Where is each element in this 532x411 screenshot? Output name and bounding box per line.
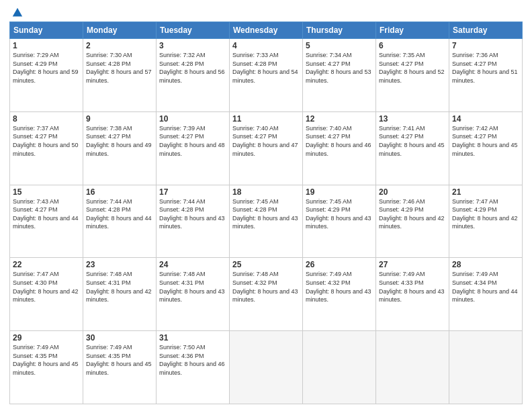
calendar-header-wednesday: Wednesday: [230, 22, 303, 39]
calendar-week-2: 8 Sunrise: 7:37 AMSunset: 4:27 PMDayligh…: [10, 111, 523, 185]
logo-area: [9, 7, 24, 19]
day-number: 14: [452, 114, 519, 124]
day-info: Sunrise: 7:44 AMSunset: 4:28 PMDaylight:…: [86, 198, 152, 230]
day-number: 6: [379, 41, 446, 50]
calendar-cell: [230, 331, 303, 404]
day-info: Sunrise: 7:47 AMSunset: 4:29 PMDaylight:…: [452, 198, 518, 230]
day-number: 15: [13, 187, 80, 197]
day-info: Sunrise: 7:39 AMSunset: 4:27 PMDaylight:…: [159, 125, 225, 157]
calendar-cell: 28 Sunrise: 7:49 AMSunset: 4:34 PMDaylig…: [449, 258, 523, 331]
calendar-cell: 12 Sunrise: 7:40 AMSunset: 4:27 PMDaylig…: [303, 111, 376, 185]
logo: [9, 7, 24, 19]
calendar-cell: 16 Sunrise: 7:44 AMSunset: 4:28 PMDaylig…: [83, 185, 157, 258]
calendar-cell: 25 Sunrise: 7:48 AMSunset: 4:32 PMDaylig…: [230, 258, 303, 331]
calendar-cell: 18 Sunrise: 7:45 AMSunset: 4:28 PMDaylig…: [230, 185, 303, 258]
day-info: Sunrise: 7:49 AMSunset: 4:35 PMDaylight:…: [86, 344, 152, 376]
day-info: Sunrise: 7:30 AMSunset: 4:28 PMDaylight:…: [86, 52, 152, 84]
day-info: Sunrise: 7:48 AMSunset: 4:32 PMDaylight:…: [232, 271, 298, 303]
calendar-cell: 4 Sunrise: 7:33 AMSunset: 4:28 PMDayligh…: [230, 39, 303, 112]
day-info: Sunrise: 7:43 AMSunset: 4:27 PMDaylight:…: [13, 198, 79, 230]
day-number: 23: [86, 260, 153, 269]
day-number: 20: [379, 187, 446, 197]
calendar-cell: 2 Sunrise: 7:30 AMSunset: 4:28 PMDayligh…: [83, 39, 157, 112]
day-info: Sunrise: 7:37 AMSunset: 4:27 PMDaylight:…: [13, 125, 79, 157]
day-number: 12: [306, 114, 373, 124]
day-number: 22: [13, 260, 80, 269]
day-info: Sunrise: 7:47 AMSunset: 4:30 PMDaylight:…: [13, 271, 79, 303]
calendar-cell: 3 Sunrise: 7:32 AMSunset: 4:28 PMDayligh…: [157, 39, 230, 112]
calendar-cell: 21 Sunrise: 7:47 AMSunset: 4:29 PMDaylig…: [449, 185, 523, 258]
day-info: Sunrise: 7:48 AMSunset: 4:31 PMDaylight:…: [159, 271, 225, 303]
day-number: 26: [306, 260, 373, 269]
day-number: 27: [379, 260, 446, 269]
calendar-cell: 14 Sunrise: 7:42 AMSunset: 4:27 PMDaylig…: [449, 111, 523, 185]
calendar-cell: 13 Sunrise: 7:41 AMSunset: 4:27 PMDaylig…: [376, 111, 449, 185]
calendar-week-4: 22 Sunrise: 7:47 AMSunset: 4:30 PMDaylig…: [10, 258, 523, 331]
calendar-header-monday: Monday: [83, 22, 157, 39]
day-info: Sunrise: 7:46 AMSunset: 4:29 PMDaylight:…: [379, 198, 445, 230]
day-info: Sunrise: 7:48 AMSunset: 4:31 PMDaylight:…: [86, 271, 152, 303]
day-number: 8: [13, 114, 80, 124]
day-info: Sunrise: 7:45 AMSunset: 4:28 PMDaylight:…: [232, 198, 298, 230]
day-info: Sunrise: 7:50 AMSunset: 4:36 PMDaylight:…: [159, 344, 225, 376]
day-number: 24: [159, 260, 226, 269]
day-number: 18: [232, 187, 300, 197]
day-number: 9: [86, 114, 153, 124]
calendar-week-3: 15 Sunrise: 7:43 AMSunset: 4:27 PMDaylig…: [10, 185, 523, 258]
day-info: Sunrise: 7:40 AMSunset: 4:27 PMDaylight:…: [232, 125, 298, 157]
day-number: 21: [452, 187, 519, 197]
calendar-header-tuesday: Tuesday: [157, 22, 230, 39]
day-info: Sunrise: 7:34 AMSunset: 4:27 PMDaylight:…: [306, 52, 371, 84]
day-info: Sunrise: 7:35 AMSunset: 4:27 PMDaylight:…: [379, 52, 445, 84]
day-number: 16: [86, 187, 153, 197]
calendar-cell: 22 Sunrise: 7:47 AMSunset: 4:30 PMDaylig…: [10, 258, 83, 331]
calendar-cell: [376, 331, 449, 404]
day-info: Sunrise: 7:42 AMSunset: 4:27 PMDaylight:…: [452, 125, 518, 157]
day-number: 17: [159, 187, 226, 197]
day-number: 1: [13, 41, 80, 50]
day-info: Sunrise: 7:32 AMSunset: 4:28 PMDaylight:…: [159, 52, 225, 84]
day-number: 28: [452, 260, 519, 269]
calendar-cell: 31 Sunrise: 7:50 AMSunset: 4:36 PMDaylig…: [157, 331, 230, 404]
day-info: Sunrise: 7:49 AMSunset: 4:35 PMDaylight:…: [13, 344, 79, 376]
calendar-cell: 11 Sunrise: 7:40 AMSunset: 4:27 PMDaylig…: [230, 111, 303, 185]
day-number: 10: [159, 114, 226, 124]
calendar-cell: 29 Sunrise: 7:49 AMSunset: 4:35 PMDaylig…: [10, 331, 83, 404]
calendar-cell: 7 Sunrise: 7:36 AMSunset: 4:27 PMDayligh…: [449, 39, 523, 112]
day-number: 30: [86, 333, 153, 342]
calendar-cell: [449, 331, 523, 404]
calendar-cell: 30 Sunrise: 7:49 AMSunset: 4:35 PMDaylig…: [83, 331, 157, 404]
calendar-cell: 20 Sunrise: 7:46 AMSunset: 4:29 PMDaylig…: [376, 185, 449, 258]
day-info: Sunrise: 7:33 AMSunset: 4:28 PMDaylight:…: [232, 52, 298, 84]
calendar-week-1: 1 Sunrise: 7:29 AMSunset: 4:29 PMDayligh…: [10, 39, 523, 112]
calendar-header-friday: Friday: [376, 22, 449, 39]
day-number: 25: [232, 260, 300, 269]
day-number: 31: [159, 333, 226, 342]
calendar-header-saturday: Saturday: [449, 22, 523, 39]
day-number: 2: [86, 41, 153, 50]
calendar-cell: 6 Sunrise: 7:35 AMSunset: 4:27 PMDayligh…: [376, 39, 449, 112]
calendar-cell: 1 Sunrise: 7:29 AMSunset: 4:29 PMDayligh…: [10, 39, 83, 112]
day-number: 19: [306, 187, 373, 197]
calendar-table: SundayMondayTuesdayWednesdayThursdayFrid…: [9, 21, 523, 404]
day-number: 3: [159, 41, 226, 50]
day-number: 4: [232, 41, 300, 50]
page: SundayMondayTuesdayWednesdayThursdayFrid…: [0, 0, 532, 411]
calendar-cell: 5 Sunrise: 7:34 AMSunset: 4:27 PMDayligh…: [303, 39, 376, 112]
day-number: 13: [379, 114, 446, 124]
day-info: Sunrise: 7:49 AMSunset: 4:34 PMDaylight:…: [452, 271, 518, 303]
calendar-header-thursday: Thursday: [303, 22, 376, 39]
calendar-cell: 10 Sunrise: 7:39 AMSunset: 4:27 PMDaylig…: [157, 111, 230, 185]
calendar-cell: 26 Sunrise: 7:49 AMSunset: 4:32 PMDaylig…: [303, 258, 376, 331]
calendar-cell: 17 Sunrise: 7:44 AMSunset: 4:28 PMDaylig…: [157, 185, 230, 258]
day-info: Sunrise: 7:29 AMSunset: 4:29 PMDaylight:…: [13, 52, 79, 84]
calendar-header-sunday: Sunday: [10, 22, 83, 39]
day-info: Sunrise: 7:44 AMSunset: 4:28 PMDaylight:…: [159, 198, 225, 230]
day-info: Sunrise: 7:49 AMSunset: 4:33 PMDaylight:…: [379, 271, 445, 303]
calendar-cell: [303, 331, 376, 404]
day-info: Sunrise: 7:49 AMSunset: 4:32 PMDaylight:…: [306, 271, 371, 303]
calendar-header-row: SundayMondayTuesdayWednesdayThursdayFrid…: [10, 22, 523, 39]
svg-marker-0: [13, 8, 22, 17]
calendar-cell: 23 Sunrise: 7:48 AMSunset: 4:31 PMDaylig…: [83, 258, 157, 331]
day-info: Sunrise: 7:36 AMSunset: 4:27 PMDaylight:…: [452, 52, 518, 84]
